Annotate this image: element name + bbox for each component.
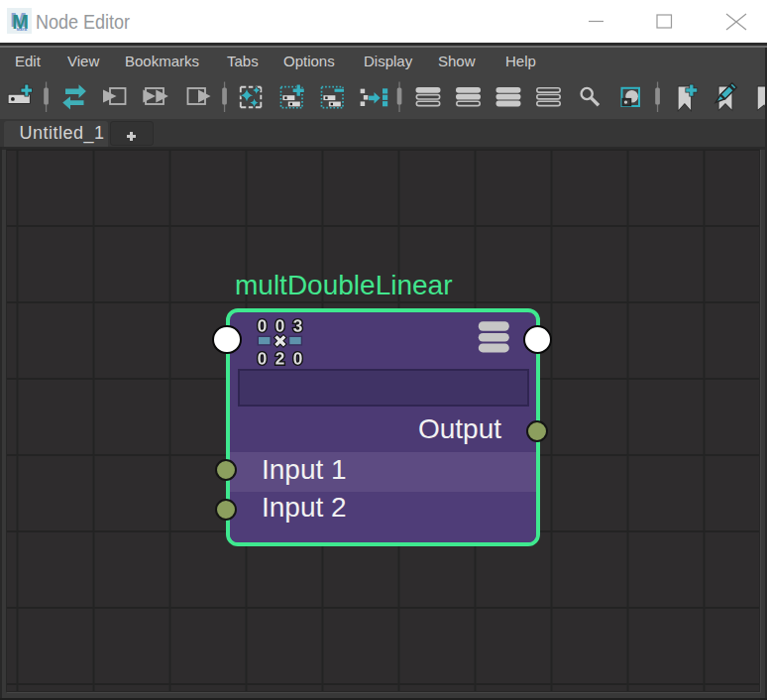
svg-text:MAYA: MAYA: [17, 28, 28, 32]
